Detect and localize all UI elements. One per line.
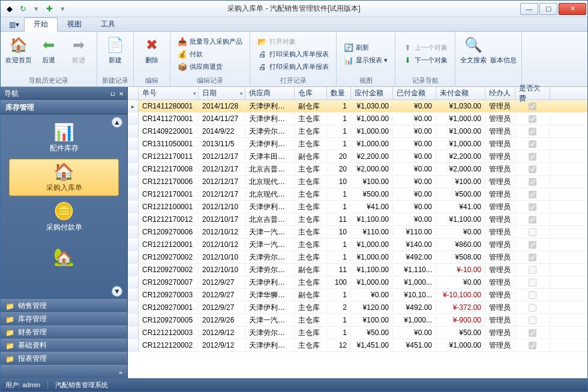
purchase-in-icon: 🏠 [53,162,74,182]
accordion-1[interactable]: 📁库存管理 [1,312,127,325]
cell: ¥0.00 [393,152,436,161]
maximize-button[interactable]: ▢ [539,3,557,15]
col-header-1[interactable]: 日期▾ [199,87,245,99]
cell: ¥1,000.00 [351,240,393,249]
version-button[interactable]: 版本信息 [489,33,518,84]
sidebar-footer: » [1,365,127,378]
batch-import-button[interactable]: 📥批量导入采购产品 [175,35,245,47]
next-button[interactable]: ⬇下一个对象 [400,55,450,67]
table-row[interactable]: CR12092700022012/10/10天津劳尔工业...副仓库11¥1,1… [128,264,587,276]
pin-icon[interactable]: ⊔ [110,91,115,97]
table-row[interactable]: CR12092700052012/9/26天津一汽丰田...主仓库1¥100.0… [128,314,587,327]
col-header-4[interactable]: 数量 [327,87,351,99]
col-header-8[interactable]: 经办人 [485,87,515,99]
app-menu[interactable]: ▥▾ [4,19,24,30]
col-header-3[interactable]: 仓库 [295,87,327,99]
scroll-down-icon[interactable]: ▼ [112,286,122,297]
table-row[interactable]: CR12121700112012/12/17天津丰田纺织...副仓库20¥2,2… [128,150,587,163]
print-single-button[interactable]: 🖨打印采购入库单报表 [255,48,331,60]
col-header-9[interactable]: 是否欠费 [515,87,550,99]
new-button[interactable]: 📄新建 [101,33,130,75]
cell: 2 [327,303,351,312]
col-header-6[interactable]: 已付金额 [393,87,436,99]
accordion-0[interactable]: 📁销售管理 [1,299,127,312]
table-row[interactable]: CR12121200032012/9/12天津劳尔工业...主仓库1¥50.00… [128,327,587,339]
nav-tile-more[interactable]: 🏡 [9,238,119,275]
cell: 天津一汽丰田... [245,240,295,250]
delete-button[interactable]: ✖删除 [137,33,166,75]
table-row[interactable]: CR14092200012014/9/22天津劳尔工业...主仓库1¥1,000… [128,125,587,138]
ribbon-group-label: 新建记录 [101,75,130,86]
cell: CR1209270007 [139,278,199,287]
refresh-button[interactable]: 🔄刷新 [341,42,390,54]
table-row[interactable]: CR12092700062012/10/12天津一汽丰田...主仓库10¥110… [128,226,587,239]
home-button[interactable]: 🏠欢迎首页 [4,33,33,75]
sidebar-header[interactable]: 库存管理 [1,100,127,114]
cell: ¥-10,100.00 [436,291,485,299]
cell: 天津一汽丰田... [245,315,295,325]
table-row[interactable]: CR12121700122012/10/17北京吉普汽车...主仓库11¥1,1… [128,213,587,226]
cell: 管理员 [485,340,515,351]
col-header-5[interactable]: 应付金额 [351,87,393,99]
close-button[interactable]: ✕ [559,3,586,15]
cell: ¥0.00 [393,190,436,198]
print-batch-button[interactable]: 🖨打印采购入库单报表 [255,61,331,73]
table-row[interactable]: CR12092700012012/9/27天津伊利萨尔...主仓库2¥120.0… [128,301,587,314]
back-button[interactable]: ⬅后退 [34,33,63,75]
menu-tab-2[interactable]: 工具 [91,17,125,32]
nav-tile-purchase-in[interactable]: 🏠采购入库单 [9,159,119,196]
table-row[interactable]: CR14112700012014/11/27天津伊利萨尔...主仓库1¥1,00… [128,113,587,125]
nav-tile-parts-inventory[interactable]: 📊配件库存 [9,119,119,156]
table-row[interactable]: CR12121700082012/12/17北京吉普汽车...主仓库20¥2,0… [128,163,587,176]
dropdown-icon[interactable]: ▾ [31,4,41,14]
col-header-2[interactable]: 供应商 [245,87,295,99]
col-header-7[interactable]: 未付金额 [436,87,485,99]
table-row[interactable]: CR12092700072012/9/27天津伊利萨尔...主仓库100¥1,0… [128,276,587,289]
cell: 主仓库 [295,278,327,288]
cell: CR1209270001 [139,303,199,312]
row-indicator [128,301,139,313]
row-indicator [128,339,139,351]
table-row[interactable]: CR12121200022012/9/12天津伊利萨尔...主仓库12¥1,45… [128,339,587,352]
accordion-2[interactable]: 📁财务管理 [1,325,127,339]
table-row[interactable]: CR12121000012012/12/10天津伊利萨尔...主仓库1¥41.0… [128,201,587,213]
supplier-return-button[interactable]: 📦供应商退货 [175,61,245,73]
add-icon[interactable]: ✚ [44,4,55,14]
table-row[interactable]: CR13110500012013/11/5天津伊利萨尔...主仓库1¥1,000… [128,138,587,150]
cell: 天津劳尔工业... [245,252,295,263]
search-button[interactable]: 🔍全文搜索 [459,33,488,84]
nav-tile-purchase-pay[interactable]: 🪙采购付款单 [9,198,119,236]
ribbon-group-6: ⬆上一个对象⬇下一个对象记录导航 [395,32,455,86]
close-pane-icon[interactable]: ✕ [119,91,124,97]
table-row[interactable]: CR12121200012012/10/12天津一汽丰田...主仓库1¥1,00… [128,239,587,251]
table-row[interactable]: CR12092700022012/10/10天津劳尔工业...主仓库1¥1,00… [128,251,587,264]
table-row[interactable]: CR12121700012012/12/17北京现代汽车...主仓库1¥500.… [128,188,587,201]
cell: 天津伊利萨尔... [245,340,295,351]
accordion-label: 财务管理 [18,327,47,337]
owe-checkbox [529,266,536,274]
table-row[interactable]: CR12121700062012/12/17北京现代汽车...主仓库10¥100… [128,176,587,188]
grid-body[interactable]: ▸CR14112800012014/11/28天津伊利萨尔...副仓库1¥1,0… [128,100,587,378]
pay-icon: 💰 [178,49,187,59]
show-report-button[interactable]: 📊显示报表 ▾ [341,55,390,67]
table-row[interactable]: CR12092700032012/9/27天津华狮汽车...副仓库1¥0.00¥… [128,289,587,301]
cell: CR1209270003 [139,291,199,299]
refresh-icon[interactable]: ↻ [17,4,28,14]
scroll-up-icon[interactable]: ▲ [112,117,122,128]
cell: 2014/11/28 [199,102,245,110]
cell: ¥110.00 [351,228,393,236]
dropdown2-icon[interactable]: ▾ [57,4,68,14]
expand-icon[interactable]: » [119,369,122,376]
accordion-4[interactable]: 📁报表管理 [1,352,127,365]
row-indicator [128,327,139,339]
col-header-0[interactable]: 单号▾ [139,87,199,99]
accordion-3[interactable]: 📁基础资料 [1,339,127,352]
menu-tab-0[interactable]: 开始 [24,17,58,32]
owe-cell [515,165,550,173]
owe-checkbox [529,228,536,236]
menu-tab-1[interactable]: 视图 [58,17,91,32]
purchase-in-label: 采购入库单 [46,183,82,193]
cell: 2012/10/12 [199,228,245,236]
pay-button[interactable]: 💰付款 [175,48,245,60]
minimize-button[interactable]: — [520,3,538,15]
